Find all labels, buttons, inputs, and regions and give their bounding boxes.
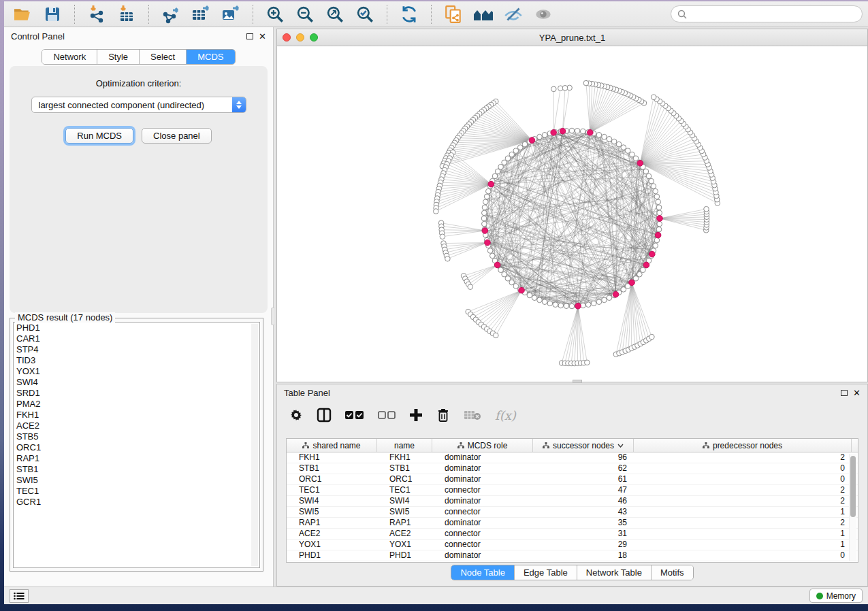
tab-network-table[interactable]: Network Table <box>577 565 652 580</box>
zoom-in-icon[interactable] <box>262 3 288 25</box>
tab-network[interactable]: Network <box>42 50 97 64</box>
mcds-result-item[interactable]: PMA2 <box>14 399 259 410</box>
import-table-icon[interactable] <box>114 3 140 25</box>
network-node[interactable] <box>657 221 662 227</box>
network-node[interactable] <box>509 280 515 285</box>
network-node[interactable] <box>564 303 569 309</box>
table-row[interactable]: SWI4SWI4dominator462 <box>287 496 858 507</box>
import-network-icon[interactable] <box>84 3 110 25</box>
mcds-result-item[interactable]: TID3 <box>14 355 259 366</box>
export-image-icon[interactable] <box>218 3 244 25</box>
network-node[interactable] <box>607 295 612 301</box>
network-node[interactable] <box>621 145 626 150</box>
network-node[interactable] <box>498 267 504 273</box>
network-window-titlebar[interactable]: YPA_prune.txt_1 <box>277 29 867 46</box>
horizontal-splitter-handle[interactable] <box>573 380 582 383</box>
network-node[interactable] <box>585 360 590 365</box>
mcds-result-item[interactable]: SWI4 <box>14 377 259 388</box>
deselect-all-checkboxes-icon[interactable] <box>378 411 396 420</box>
network-node[interactable] <box>630 152 635 157</box>
network-node[interactable] <box>596 299 602 305</box>
criterion-select[interactable]: largest connected component (undirected) <box>31 97 246 113</box>
column-header-MCDS-role[interactable]: MCDS role <box>432 439 533 452</box>
close-panel-button[interactable]: Close panel <box>142 128 212 144</box>
close-panel-icon[interactable]: ✕ <box>259 32 266 41</box>
network-node[interactable] <box>602 297 607 303</box>
show-all-icon[interactable] <box>530 3 556 25</box>
network-node[interactable] <box>651 184 656 189</box>
mcds-result-item[interactable]: ACE2 <box>14 420 259 431</box>
network-node[interactable] <box>625 148 630 154</box>
network-node[interactable] <box>553 302 558 308</box>
network-node[interactable] <box>505 156 511 161</box>
mcds-result-item[interactable]: TEC1 <box>14 486 259 497</box>
network-node[interactable] <box>591 301 596 306</box>
network-node[interactable] <box>649 334 655 340</box>
table-row[interactable]: TEC1TEC1connector472 <box>287 485 858 496</box>
network-node[interactable] <box>434 209 439 214</box>
network-node[interactable] <box>585 302 591 308</box>
selected-network-node[interactable] <box>551 130 557 136</box>
column-header-predecessor-nodes[interactable]: predecessor nodes <box>634 439 852 452</box>
table-row[interactable]: SWI5SWI5connector431 <box>287 507 858 518</box>
mcds-result-item[interactable]: YOX1 <box>14 366 259 377</box>
column-visibility-icon[interactable] <box>317 408 332 423</box>
network-node[interactable] <box>494 333 499 338</box>
table-row[interactable]: RAP1RAP1dominator352 <box>287 518 858 529</box>
selected-network-node[interactable] <box>655 232 661 238</box>
network-node[interactable] <box>445 257 451 262</box>
apply-layout-icon[interactable] <box>396 3 422 25</box>
network-node[interactable] <box>502 271 507 277</box>
network-node[interactable] <box>641 267 646 273</box>
network-node[interactable] <box>522 142 528 147</box>
network-node[interactable] <box>527 293 532 298</box>
network-node[interactable] <box>654 194 660 199</box>
network-node[interactable] <box>646 174 652 179</box>
run-mcds-button[interactable]: Run MCDS <box>65 128 133 144</box>
network-node[interactable] <box>643 169 649 174</box>
tab-edge-table[interactable]: Edge Table <box>515 565 577 580</box>
network-node[interactable] <box>583 80 589 86</box>
selected-network-node[interactable] <box>629 280 635 286</box>
network-node[interactable] <box>651 95 656 100</box>
network-node[interactable] <box>547 301 553 306</box>
mcds-result-item[interactable]: STB5 <box>14 431 259 442</box>
network-node[interactable] <box>482 205 487 210</box>
network-node[interactable] <box>649 178 654 184</box>
close-panel-icon[interactable]: ✕ <box>853 389 861 397</box>
selected-network-node[interactable] <box>529 137 535 144</box>
table-row[interactable]: ACE2ACE2connector311 <box>287 529 858 540</box>
selected-network-node[interactable] <box>575 303 581 309</box>
mcds-result-item[interactable]: STP4 <box>14 344 259 355</box>
tab-node-table[interactable]: Node Table <box>451 565 515 580</box>
column-header-successor-nodes[interactable]: successor nodes <box>533 439 634 452</box>
network-node[interactable] <box>487 248 493 254</box>
network-node[interactable] <box>513 284 519 289</box>
network-node[interactable] <box>656 227 662 232</box>
delete-table-icon[interactable] <box>464 410 481 420</box>
column-header-shared-name[interactable]: shared name <box>287 439 377 452</box>
network-node[interactable] <box>580 129 585 134</box>
tab-select[interactable]: Select <box>140 50 187 64</box>
select-all-checkboxes-icon[interactable] <box>345 410 364 420</box>
tab-motifs[interactable]: Motifs <box>652 565 693 580</box>
network-node[interactable] <box>486 188 492 194</box>
open-file-icon[interactable] <box>10 3 35 25</box>
column-header-name[interactable]: name <box>377 439 432 452</box>
network-node[interactable] <box>498 164 504 169</box>
network-node[interactable] <box>481 216 487 221</box>
export-network-icon[interactable] <box>158 3 184 25</box>
selected-network-node[interactable] <box>637 161 643 167</box>
table-row[interactable]: STB1STB1dominator620 <box>287 463 858 474</box>
table-row[interactable]: ORC1ORC1dominator610 <box>287 474 858 485</box>
network-node[interactable] <box>532 295 537 301</box>
network-node[interactable] <box>607 137 612 142</box>
selected-network-node[interactable] <box>560 128 566 134</box>
network-node[interactable] <box>482 210 487 216</box>
network-node[interactable] <box>483 199 489 205</box>
selected-network-node[interactable] <box>649 251 656 257</box>
tab-mcds[interactable]: MCDS <box>187 50 234 64</box>
mcds-result-item[interactable]: SWI5 <box>14 475 259 486</box>
mcds-result-item[interactable]: GCR1 <box>14 497 259 508</box>
network-node[interactable] <box>495 169 500 174</box>
